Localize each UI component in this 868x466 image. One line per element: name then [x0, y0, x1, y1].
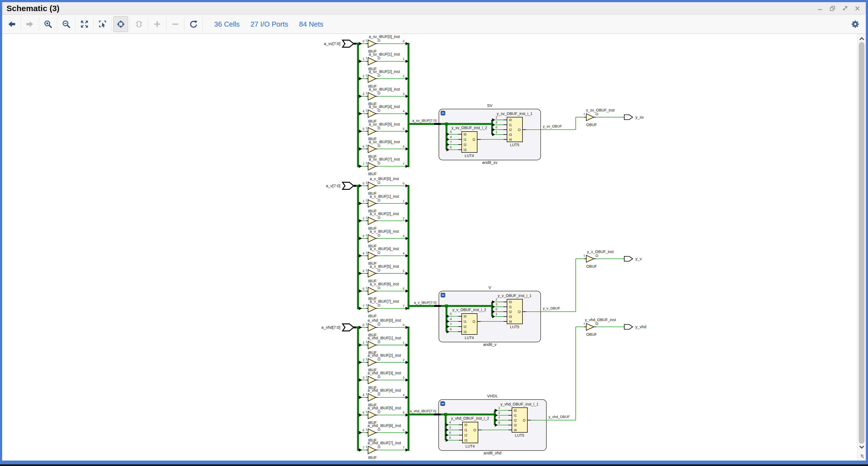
cell-a_v_IBUF[3]_inst[interactable]: 3IO3a_v_IBUF[3]_instIBUF	[359, 229, 408, 248]
toolbar-zoom-out-button[interactable]	[59, 16, 73, 32]
toolbar-zoom-to-selection-button[interactable]	[95, 16, 110, 32]
scroll-up-button[interactable]	[859, 36, 865, 42]
cell-a_v_IBUF[0]_inst[interactable]: 0IO0a_v_IBUF[0]_instIBUF	[359, 176, 408, 196]
toolbar-forward-button[interactable]	[23, 16, 37, 32]
cell-a_sv_IBUF[1]_inst[interactable]: 1IO1a_sv_IBUF[1]_instIBUF	[359, 52, 408, 71]
svg-text:O: O	[518, 128, 521, 132]
svg-text:6: 6	[450, 146, 452, 149]
collapse-module-button[interactable]	[441, 111, 445, 115]
toolbar-link-nets[interactable]: 84 Nets	[299, 20, 323, 29]
cell-a_vhd_IBUF[5]_inst[interactable]: 5IO5a_vhd_IBUF[5]_instIBUF	[359, 406, 408, 425]
cell-a_sv_IBUF[3]_inst[interactable]: 3IO3a_sv_IBUF[3]_instIBUF	[359, 87, 408, 106]
collapse-module-button[interactable]	[440, 401, 445, 406]
settings-gear-button[interactable]	[851, 20, 859, 28]
svg-text:I: I	[366, 375, 367, 379]
toolbar-expand-cone-button[interactable]	[132, 16, 146, 32]
cell-a_vhd_IBUF[7]_inst[interactable]: 7IO7a_vhd_IBUF[7]_instIBUF	[359, 441, 408, 460]
vertical-scrollbar[interactable]	[857, 34, 866, 461]
svg-text:1: 1	[496, 312, 497, 316]
toolbar-separator	[112, 18, 112, 31]
toolbar-separator	[166, 18, 166, 31]
svg-text:y_vhd_OBUF_inst_i_1: y_vhd_OBUF_inst_i_1	[500, 402, 538, 406]
svg-text:a_sv_IBUF[5]_inst: a_sv_IBUF[5]_inst	[369, 122, 400, 126]
cell-a_sv_IBUF[5]_inst[interactable]: 5IO5a_sv_IBUF[5]_instIBUF	[359, 122, 408, 141]
svg-text:O: O	[377, 268, 380, 272]
svg-text:6: 6	[363, 287, 364, 290]
toolbar-back-button[interactable]	[4, 16, 19, 32]
cell-a_v_IBUF[6]_inst[interactable]: 6IO6a_v_IBUF[6]_instIBUF	[359, 282, 408, 301]
scroll-down-button[interactable]	[859, 444, 865, 450]
resize-grip[interactable]	[859, 453, 866, 460]
svg-text:O: O	[595, 322, 598, 326]
svg-text:1: 1	[363, 57, 364, 61]
schematic-canvas[interactable]: a_sv[7:0]0IO0a_sv_IBUF[0]_instIBUF1IO1a_…	[2, 34, 857, 461]
cell-a_vhd_IBUF[2]_inst[interactable]: 2IO2a_vhd_IBUF[2]_instIBUF	[359, 353, 408, 372]
cell-a_sv_IBUF[4]_inst[interactable]: 4IO4a_sv_IBUF[4]_instIBUF	[359, 104, 408, 124]
window-float-button[interactable]	[829, 5, 836, 12]
svg-text:LUT5: LUT5	[515, 433, 524, 437]
svg-text:I: I	[366, 251, 367, 255]
output-port-sv[interactable]: y_sv	[596, 115, 644, 120]
svg-text:4: 4	[449, 421, 451, 424]
svg-text:O: O	[377, 251, 380, 255]
svg-text:2: 2	[403, 217, 404, 220]
svg-text:3: 3	[403, 92, 404, 96]
toolbar-add-button[interactable]	[150, 16, 164, 32]
toolbar-remove-button[interactable]	[168, 16, 183, 32]
scrollbar-thumb[interactable]	[859, 42, 865, 444]
toolbar-zoom-fit-button[interactable]	[77, 16, 92, 32]
svg-text:I: I	[366, 126, 367, 130]
window-maximize-button[interactable]	[841, 5, 848, 12]
cell-a_v_IBUF[5]_inst[interactable]: 5IO5a_v_IBUF[5]_instIBUF	[359, 264, 408, 283]
svg-text:7: 7	[363, 304, 364, 308]
cell-a_vhd_IBUF[3]_inst[interactable]: 3IO3a_vhd_IBUF[3]_instIBUF	[359, 371, 408, 390]
module-and8_v[interactable]: Vand8_va_v_IBUF[7:0]y_v_OBUF_inst_i_25I0…	[408, 285, 541, 347]
cell-a_vhd_IBUF[0]_inst[interactable]: 0IO0a_vhd_IBUF[0]_instIBUF	[359, 318, 408, 337]
cell-a_v_IBUF[7]_inst[interactable]: 7IO7a_v_IBUF[7]_instIBUF	[359, 299, 408, 318]
input-port-v[interactable]: a_v[7:0]	[326, 182, 359, 189]
svg-text:a_vhd_IBUF[0]_inst: a_vhd_IBUF[0]_inst	[368, 318, 401, 323]
window-minimize-button[interactable]	[816, 5, 824, 12]
toolbar-autofit-selection-button[interactable]	[114, 16, 128, 32]
svg-text:2: 2	[363, 75, 364, 78]
svg-text:O: O	[377, 56, 380, 60]
svg-text:I: I	[366, 303, 367, 307]
svg-text:OBUF: OBUF	[586, 332, 597, 337]
cell-a_v_IBUF[2]_inst[interactable]: 2IO2a_v_IBUF[2]_instIBUF	[359, 211, 408, 231]
svg-text:4: 4	[403, 393, 404, 397]
window-close-button[interactable]	[854, 5, 861, 12]
svg-text:a_vhd_IBUF[7:0]: a_vhd_IBUF[7:0]	[410, 409, 436, 413]
svg-text:I: I	[366, 392, 367, 396]
output-port-v[interactable]: y_v	[596, 256, 642, 261]
cell-a_sv_IBUF[6]_inst[interactable]: 6IO6a_sv_IBUF[6]_instIBUF	[359, 140, 408, 159]
minimize-icon	[816, 5, 824, 12]
toolbar-link-cells[interactable]: 36 Cells	[214, 20, 240, 29]
svg-text:I: I	[366, 91, 367, 95]
module-and8_vhd[interactable]: VHDLand8_vhda_vhd_IBUF[7:0]y_vhd_OBUF_in…	[408, 394, 546, 455]
toolbar-link-io-ports[interactable]: 27 I/O Ports	[250, 20, 288, 29]
svg-text:O: O	[377, 286, 380, 290]
cell-a_vhd_IBUF[4]_inst[interactable]: 4IO4a_vhd_IBUF[4]_instIBUF	[359, 388, 408, 407]
svg-text:I0: I0	[509, 118, 512, 122]
cell-a_sv_IBUF[7]_inst[interactable]: 7IO7a_sv_IBUF[7]_instIBUF	[359, 157, 408, 176]
svg-text:0: 0	[498, 421, 500, 424]
svg-text:0: 0	[496, 126, 497, 129]
cell-a_vhd_IBUF[1]_inst[interactable]: 1IO1a_vhd_IBUF[1]_instIBUF	[359, 336, 408, 355]
input-port-sv[interactable]: a_sv[7:0]	[324, 40, 359, 47]
cell-a_sv_IBUF[2]_inst[interactable]: 2IO2a_sv_IBUF[2]_instIBUF	[359, 69, 408, 89]
collapse-module-button[interactable]	[441, 293, 445, 297]
svg-text:0: 0	[403, 40, 404, 43]
cell-a_sv_IBUF[0]_inst[interactable]: 0IO0a_sv_IBUF[0]_instIBUF	[359, 34, 408, 54]
svg-text:y_sv_OBUF: y_sv_OBUF	[543, 124, 562, 128]
module-and8_sv[interactable]: SVand8_sva_sv_IBUF[7:0]y_sv_OBUF_inst_i_…	[408, 103, 541, 165]
output-port-vhd[interactable]: y_vhd	[596, 324, 646, 329]
svg-text:O: O	[377, 108, 380, 112]
cell-a_v_IBUF[1]_inst[interactable]: 1IO1a_v_IBUF[1]_instIBUF	[359, 194, 408, 213]
input-port-vhd[interactable]: a_vhd[7:0]	[321, 324, 359, 331]
toolbar-zoom-in-button[interactable]	[41, 16, 55, 32]
cell-a_vhd_IBUF[6]_inst[interactable]: 6IO6a_vhd_IBUF[6]_instIBUF	[359, 424, 408, 442]
toolbar-regenerate-button[interactable]	[186, 16, 201, 32]
cell-a_v_IBUF[4]_inst[interactable]: 4IO4a_v_IBUF[4]_instIBUF	[359, 246, 408, 266]
svg-text:I2: I2	[509, 310, 512, 314]
svg-text:I: I	[366, 56, 367, 60]
